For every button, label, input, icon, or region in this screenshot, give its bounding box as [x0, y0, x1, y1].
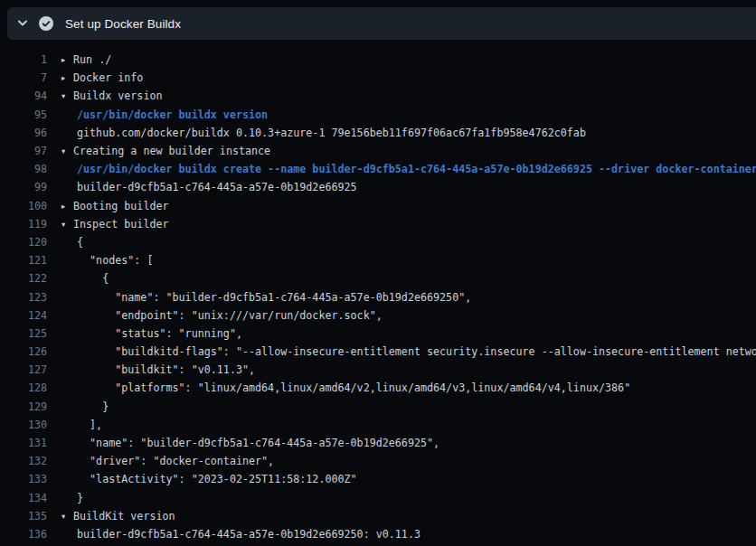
line-number[interactable]: 7 [0, 71, 47, 84]
line-number[interactable]: 96 [0, 127, 47, 139]
group-title[interactable]: Booting builder [73, 200, 169, 212]
log-lines: 1 ▸ Run ./ 7 ▸ Docker info 94 ▾ Buildx v… [0, 51, 756, 546]
line-number[interactable]: 122 [0, 272, 47, 285]
log-line-text: "buildkit": "v0.11.3", [61, 363, 255, 376]
group-title[interactable]: Inspect builder [73, 218, 169, 231]
step-header[interactable]: Set up Docker Buildx [7, 7, 756, 40]
log-line: 130 ], [0, 416, 756, 434]
line-number[interactable]: 135 [0, 510, 47, 522]
log-line: 131 "name": "builder-d9cfb5a1-c764-445a-… [0, 434, 756, 452]
group-title[interactable]: Creating a new builder instance [73, 145, 270, 157]
log-line-text: "lastActivity": "2023-02-25T11:58:12.000… [61, 473, 357, 485]
line-number[interactable]: 1 [0, 53, 47, 66]
log-line-text: "buildkitd-flags": "--allow-insecure-ent… [61, 345, 756, 358]
line-number[interactable]: 100 [0, 200, 47, 212]
log-line: 126 "buildkitd-flags": "--allow-insecure… [0, 343, 756, 361]
log-line: 122 { [0, 269, 756, 287]
line-number[interactable]: 133 [0, 473, 47, 485]
group-title[interactable]: Run ./ [73, 53, 111, 66]
log-line-text: builder-d9cfb5a1-c764-445a-a57e-0b19d2e6… [61, 528, 421, 541]
log-line[interactable]: 94 ▾ Buildx version [0, 87, 756, 105]
log-line: 136 builder-d9cfb5a1-c764-445a-a57e-0b19… [0, 525, 756, 543]
log-line[interactable]: 1 ▸ Run ./ [0, 51, 756, 69]
log-line: 128 "platforms": "linux/amd64,linux/amd6… [0, 379, 756, 397]
log-line: 132 "driver": "docker-container", [0, 452, 756, 470]
line-number[interactable]: 98 [0, 163, 47, 175]
log-line-text: builder-d9cfb5a1-c764-445a-a57e-0b19d2e6… [61, 181, 357, 193]
log-line[interactable]: 100 ▸ Booting builder [0, 197, 756, 215]
log-line-text: "endpoint": "unix:///var/run/docker.sock… [61, 309, 383, 322]
chevron-down-icon[interactable] [15, 17, 29, 31]
log-line-text: { [61, 236, 83, 249]
line-number[interactable]: 134 [0, 492, 47, 504]
log-line-text: } [61, 400, 109, 413]
log-line-text: "name": "builder-d9cfb5a1-c764-445a-a57e… [61, 291, 471, 304]
triangle-expanded-icon[interactable]: ▾ [61, 220, 73, 229]
log-line: 124 "endpoint": "unix:///var/run/docker.… [0, 306, 756, 325]
group-title[interactable]: Docker info [73, 71, 143, 84]
line-number[interactable]: 136 [0, 528, 47, 541]
log-line-text: { [61, 272, 109, 285]
log-line[interactable]: 97 ▾ Creating a new builder instance [0, 142, 756, 160]
log-line-text: github.com/docker/buildx 0.10.3+azure-1 … [61, 127, 586, 139]
step-title: Set up Docker Buildx [65, 17, 181, 31]
line-number[interactable]: 130 [0, 419, 47, 431]
log-line[interactable]: 7 ▸ Docker info [0, 69, 756, 87]
line-number[interactable]: 120 [0, 236, 47, 249]
log-line-text: "nodes": [ [61, 254, 153, 267]
line-number[interactable]: 97 [0, 145, 47, 157]
line-number[interactable]: 123 [0, 291, 47, 304]
line-number[interactable]: 94 [0, 89, 47, 102]
triangle-expanded-icon[interactable]: ▾ [61, 512, 73, 521]
log-line: 123 "name": "builder-d9cfb5a1-c764-445a-… [0, 287, 756, 306]
line-number[interactable]: 131 [0, 437, 47, 449]
triangle-expanded-icon[interactable]: ▾ [61, 91, 73, 100]
log-line: 98 /usr/bin/docker buildx create --name … [0, 160, 756, 178]
line-number[interactable]: 124 [0, 309, 47, 322]
line-number[interactable]: 121 [0, 254, 47, 267]
log-line[interactable]: 119 ▾ Inspect builder [0, 215, 756, 233]
log-line: 99 builder-d9cfb5a1-c764-445a-a57e-0b19d… [0, 178, 756, 196]
line-number[interactable]: 129 [0, 400, 47, 413]
log-line-text: ], [61, 419, 102, 431]
group-title[interactable]: BuildKit version [73, 510, 175, 522]
log-line: 125 "status": "running", [0, 325, 756, 343]
line-number[interactable]: 132 [0, 455, 47, 467]
log-line-text: "driver": "docker-container", [61, 455, 274, 467]
line-number[interactable]: 128 [0, 381, 47, 394]
log-line: 120 { [0, 233, 756, 251]
log-line: 127 "buildkit": "v0.11.3", [0, 361, 756, 379]
log-line-text: "status": "running", [61, 327, 242, 340]
log-line-text: /usr/bin/docker buildx create --name bui… [61, 163, 756, 175]
log-line: 134 } [0, 489, 756, 507]
line-number[interactable]: 127 [0, 363, 47, 376]
log-line: 96 github.com/docker/buildx 0.10.3+azure… [0, 124, 756, 142]
log-line[interactable]: 135 ▾ BuildKit version [0, 507, 756, 525]
triangle-expanded-icon[interactable]: ▾ [61, 146, 73, 155]
log-line: 129 } [0, 398, 756, 416]
line-number[interactable]: 126 [0, 345, 47, 358]
line-number[interactable]: 95 [0, 108, 47, 121]
log-line: 95 /usr/bin/docker buildx version [0, 106, 756, 124]
log-line: 121 "nodes": [ [0, 251, 756, 269]
triangle-collapsed-icon[interactable]: ▸ [61, 73, 73, 82]
log-line-text: } [61, 492, 83, 504]
triangle-collapsed-icon[interactable]: ▸ [61, 55, 73, 64]
log-line: 133 "lastActivity": "2023-02-25T11:58:12… [0, 470, 756, 488]
line-number[interactable]: 119 [0, 218, 47, 231]
log-line-text: "platforms": "linux/amd64,linux/amd64/v2… [61, 381, 630, 394]
log-line-text: "name": "builder-d9cfb5a1-c764-445a-a57e… [61, 437, 439, 449]
line-number[interactable]: 99 [0, 181, 47, 193]
group-title[interactable]: Buildx version [73, 89, 163, 102]
log-line-text: /usr/bin/docker buildx version [61, 108, 268, 121]
line-number[interactable]: 125 [0, 327, 47, 340]
check-circle-icon [39, 16, 53, 31]
triangle-collapsed-icon[interactable]: ▸ [61, 202, 73, 211]
